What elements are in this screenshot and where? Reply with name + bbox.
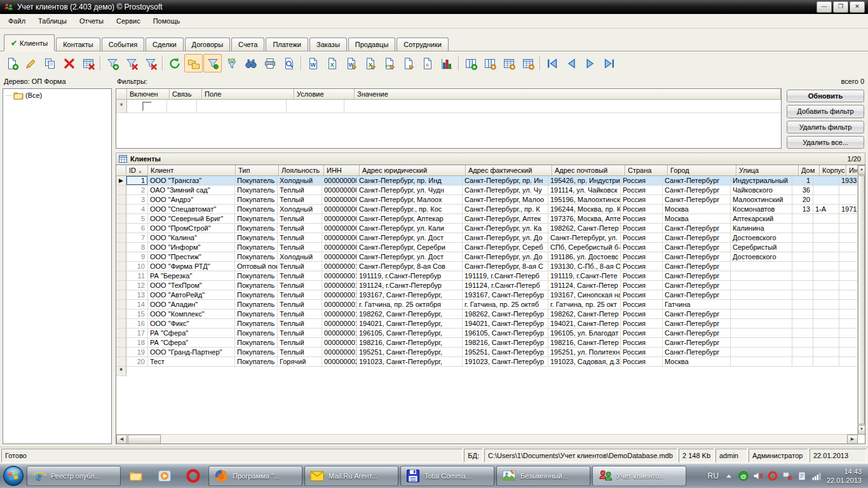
grid-cell[interactable]: Россия bbox=[621, 252, 663, 262]
taskbar-app-button[interactable]: Учет клиенто... bbox=[592, 466, 686, 486]
filter-value-cell[interactable] bbox=[344, 100, 781, 113]
grid-cell[interactable] bbox=[839, 233, 858, 243]
table-row[interactable]: ▶1ООО "Трансгаз"ПокупательХолодный000000… bbox=[116, 176, 858, 186]
grid-cell[interactable]: 12 bbox=[126, 281, 148, 290]
grid-cell[interactable] bbox=[731, 290, 792, 300]
grid-cell[interactable]: Санкт-Петербург, 8-ая Сов bbox=[357, 262, 463, 271]
menu-item-1[interactable]: Таблицы bbox=[32, 15, 73, 27]
grid-cell[interactable]: Россия bbox=[621, 262, 663, 271]
grid-cell[interactable]: Покупатель bbox=[235, 329, 278, 338]
grid-cell[interactable]: Россия bbox=[621, 300, 663, 309]
grid-cell[interactable]: 0000000009 bbox=[322, 252, 357, 262]
grid-cell[interactable]: Теплый bbox=[278, 224, 322, 233]
grid-cell[interactable] bbox=[839, 243, 858, 252]
language-indicator[interactable]: RU bbox=[708, 471, 719, 480]
grid-cell[interactable] bbox=[731, 357, 792, 367]
grid-cell[interactable] bbox=[813, 319, 839, 329]
grid-cell[interactable] bbox=[813, 262, 839, 271]
grid-cell[interactable]: Россия bbox=[621, 214, 663, 224]
print-preview-icon[interactable] bbox=[280, 54, 298, 72]
grid-cell[interactable] bbox=[731, 329, 792, 338]
scroll-up-button[interactable]: ▲ bbox=[858, 165, 865, 175]
grid-cell[interactable]: Теплый bbox=[278, 214, 322, 224]
grid-cell[interactable] bbox=[839, 252, 858, 262]
grid-cell[interactable]: Санкт-Петербург, ул. Ка bbox=[463, 224, 548, 233]
grid-cell[interactable]: Россия bbox=[621, 309, 663, 319]
grid-cell[interactable]: 11 bbox=[126, 271, 148, 281]
grid-cell[interactable] bbox=[813, 290, 839, 300]
grid-cell[interactable]: Россия bbox=[621, 195, 663, 205]
grid-cell[interactable]: Покупатель bbox=[235, 186, 278, 195]
tab-1[interactable]: Контакты bbox=[56, 37, 100, 51]
grid-cell[interactable]: Покупатель bbox=[235, 319, 278, 329]
grid-cell[interactable]: Санкт-Петербург., пр. Кос bbox=[357, 205, 463, 214]
filter-enabled-checkbox[interactable] bbox=[142, 102, 152, 111]
grid-cell[interactable]: Холодный bbox=[278, 176, 322, 186]
grid-cell[interactable]: Тест bbox=[148, 357, 235, 367]
grid-cell[interactable]: Санкт-Петербург bbox=[663, 329, 731, 338]
grid-cell[interactable] bbox=[792, 309, 813, 319]
copy-record-icon[interactable] bbox=[41, 54, 59, 72]
grid-cell[interactable]: Покупатель bbox=[235, 281, 278, 290]
grid-cell[interactable]: СПб, Серебристый б-р bbox=[548, 243, 621, 252]
volume-muted-icon[interactable] bbox=[753, 471, 763, 481]
table-row[interactable]: 10ООО "Фирма РТД"Оптовый покТеплый000000… bbox=[116, 262, 858, 271]
vertical-scroll-thumb[interactable] bbox=[858, 175, 865, 424]
grid-cell[interactable]: 195251, ул. Политехн bbox=[548, 348, 621, 357]
grid-cell[interactable]: Санкт-Петербург, Малоох bbox=[357, 195, 463, 205]
tree-item-0[interactable]: ·····(Все) bbox=[3, 89, 111, 100]
mailru-agent-tray-icon[interactable]: @ bbox=[738, 471, 749, 481]
table-row[interactable]: 12ООО "ТехПром"ПокупательТеплый000000001… bbox=[116, 281, 858, 290]
grid-cell[interactable]: 0000000019 bbox=[322, 348, 357, 357]
grid-cell[interactable]: ООО "АвтоРейд" bbox=[148, 290, 235, 300]
export-csv-icon[interactable]: csv bbox=[380, 54, 398, 72]
grid-cell[interactable]: 195251, Санкт-Петербур bbox=[463, 348, 548, 357]
table-row[interactable]: 8ООО "Информ"ПокупательТеплый0000000008С… bbox=[116, 243, 858, 252]
grid-cell[interactable]: 196105, Санкт-Петербург, bbox=[357, 329, 463, 338]
grid-cell[interactable]: Покупатель bbox=[235, 252, 278, 262]
export-data-icon[interactable] bbox=[399, 54, 417, 72]
grid-cell[interactable] bbox=[792, 214, 813, 224]
grid-cell[interactable]: Теплый bbox=[278, 338, 322, 348]
menu-item-4[interactable]: Помощь bbox=[147, 15, 187, 27]
nav-prev-icon[interactable] bbox=[562, 54, 580, 72]
maximize-button[interactable]: ❐ bbox=[833, 1, 848, 13]
table-row[interactable]: 20ТестПокупательГорячий0000000020191023,… bbox=[116, 357, 858, 367]
horizontal-scrollbar[interactable]: ◀ ▶ bbox=[116, 434, 858, 444]
grid-cell[interactable]: 198262, Санкт-Петербур bbox=[463, 309, 548, 319]
grid-cell[interactable] bbox=[839, 309, 858, 319]
grid-cell[interactable]: Россия bbox=[621, 243, 663, 252]
grid-cell[interactable] bbox=[839, 290, 858, 300]
grid-cell[interactable]: ООО "Аладин" bbox=[148, 300, 235, 309]
taskbar-mailru-button[interactable]: Mail.Ru Агент... bbox=[304, 466, 398, 486]
grid-cell[interactable]: Покупатель bbox=[235, 348, 278, 357]
grid-cell[interactable]: Санкт-Петербург, ул. Дост bbox=[357, 252, 463, 262]
grid-cell[interactable]: Холодный bbox=[278, 205, 322, 214]
tab-7[interactable]: Заказы bbox=[309, 37, 347, 51]
grid-cell[interactable]: Санкт-Петербург, Малоо bbox=[463, 195, 548, 205]
grid-cell[interactable]: Санкт-Петербург, ул. Чудн bbox=[357, 186, 463, 195]
grid-cell[interactable] bbox=[792, 271, 813, 281]
column-header-6[interactable]: Адрес фактический bbox=[466, 165, 552, 176]
grid-cell[interactable]: Россия bbox=[621, 205, 663, 214]
grid-cell[interactable]: Покупатель bbox=[235, 176, 278, 186]
grid-cell[interactable]: 0000000008 bbox=[322, 243, 357, 252]
grid-cell[interactable] bbox=[792, 224, 813, 233]
new-row[interactable]: * bbox=[116, 367, 858, 376]
grid-cell[interactable]: Покупатель bbox=[235, 233, 278, 243]
column-header-5[interactable]: Адрес юридический bbox=[360, 165, 466, 176]
clipboard-tray-icon[interactable] bbox=[797, 471, 807, 481]
delete-record-icon[interactable] bbox=[60, 54, 78, 72]
grid-cell[interactable]: Достоевского bbox=[731, 252, 792, 262]
table-row[interactable]: 14ООО "Аладин"ПокупательТеплый0000000014… bbox=[116, 300, 858, 309]
scroll-right-button[interactable]: ▶ bbox=[847, 435, 858, 444]
scroll-left-button[interactable]: ◀ bbox=[116, 435, 127, 444]
menu-item-0[interactable]: Файл bbox=[2, 15, 32, 27]
grid-cell[interactable]: 6 bbox=[126, 224, 148, 233]
grid-cell[interactable]: Оптовый пок bbox=[235, 262, 278, 271]
add-column-icon[interactable] bbox=[461, 54, 480, 72]
grid-cell[interactable]: Санкт-Петербург, ул. До bbox=[463, 252, 548, 262]
add-filter-icon[interactable] bbox=[103, 54, 121, 72]
grid-cell[interactable] bbox=[731, 271, 792, 281]
grid-cell[interactable]: Санкт-Петербург, ул. До bbox=[463, 233, 548, 243]
